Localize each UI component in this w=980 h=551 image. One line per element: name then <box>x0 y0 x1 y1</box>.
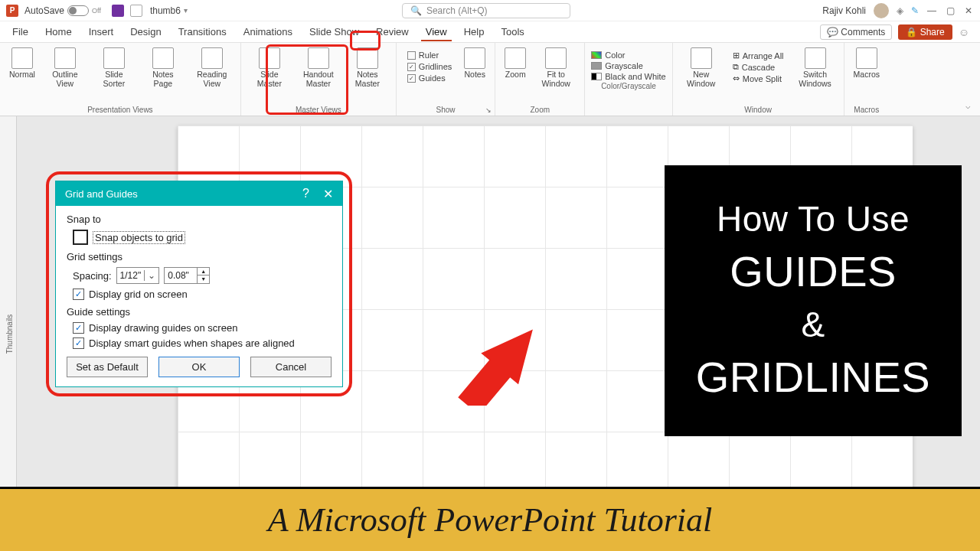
help-button[interactable]: ? <box>302 187 309 201</box>
dialog-launcher-icon[interactable]: ↘ <box>485 106 492 114</box>
macros-button[interactable]: Macros <box>851 46 883 81</box>
switch-windows-button[interactable]: Switch Windows <box>793 46 838 90</box>
dialog-titlebar: Grid and Guides ? ✕ <box>56 181 342 206</box>
display-smart-guides-checkbox[interactable]: ✓ <box>73 337 84 349</box>
diamond-icon[interactable]: ◈ <box>897 5 903 16</box>
display-smart-guides-label: Display smart guides when shapes are ali… <box>89 337 295 349</box>
group-label: Master Views <box>296 106 341 114</box>
zoom-button[interactable]: Zoom <box>501 46 529 81</box>
group-master-views: Slide Master Handout Master Notes Master… <box>241 43 397 116</box>
user-name: Rajiv Kohli <box>822 5 866 16</box>
tab-insert[interactable]: Insert <box>87 23 116 41</box>
tab-view[interactable]: View <box>424 23 449 41</box>
overlay-line3: & <box>801 301 825 348</box>
notes-button[interactable]: Notes <box>461 46 488 81</box>
spin-up-icon[interactable]: ▲ <box>198 268 209 276</box>
notes-page-button[interactable]: Notes Page <box>141 46 185 90</box>
display-grid-label: Display grid on screen <box>89 289 188 300</box>
display-grid-checkbox[interactable]: ✓ <box>73 289 84 300</box>
tab-file[interactable]: File <box>11 23 30 41</box>
tab-design[interactable]: Design <box>129 23 162 41</box>
red-arrow-icon <box>448 329 540 406</box>
cascade-button[interactable]: ⧉Cascade <box>733 62 784 72</box>
ruler-checkbox[interactable]: Ruler <box>407 51 452 60</box>
qat-more-icon[interactable] <box>130 5 142 17</box>
pen-icon[interactable]: ✎ <box>911 5 919 16</box>
smiley-icon[interactable]: ☺ <box>959 26 969 38</box>
minimize-button[interactable]: — <box>926 5 937 16</box>
snap-to-grid-checkbox[interactable] <box>73 230 88 245</box>
close-button[interactable]: ✕ <box>963 5 974 16</box>
thumbnails-label: Thumbnails <box>6 314 15 354</box>
set-default-button[interactable]: Set as Default <box>67 357 148 377</box>
save-icon[interactable] <box>112 5 124 17</box>
close-dialog-button[interactable]: ✕ <box>323 187 333 201</box>
group-macros: Macros Macros <box>844 43 889 116</box>
tutorial-banner: A Microsoft PowerPoint Tutorial <box>0 487 980 551</box>
grayscale-button[interactable]: Grayscale <box>591 61 665 70</box>
avatar-icon[interactable] <box>874 3 889 18</box>
tab-review[interactable]: Review <box>374 23 410 41</box>
document-name: thumb6 <box>150 5 181 16</box>
title-bar: P AutoSave Off thumb6 ▾ 🔍 Search (Alt+Q)… <box>0 0 980 21</box>
ok-button[interactable]: OK <box>158 357 240 377</box>
move-split-button[interactable]: ⇔Move Split <box>733 73 784 83</box>
title-overlay: How To Use GUIDES & GRIDLINES <box>665 165 962 436</box>
overlay-line2: GUIDES <box>730 243 897 301</box>
reading-view-button[interactable]: Reading View <box>190 46 234 90</box>
snap-to-grid-label: Snap objects to grid <box>93 231 185 244</box>
highlight-dialog: Grid and Guides ? ✕ Snap to Snap objects… <box>46 171 352 396</box>
display-guides-label: Display drawing guides on screen <box>89 322 237 334</box>
share-button[interactable]: 🔒 Share <box>898 24 952 40</box>
tab-transitions[interactable]: Transitions <box>177 23 228 41</box>
slide-master-button[interactable]: Slide Master <box>247 46 292 90</box>
spin-down-icon[interactable]: ▼ <box>198 276 209 283</box>
group-label: Macros <box>854 106 879 114</box>
handout-master-button[interactable]: Handout Master <box>296 46 341 90</box>
spacing-select[interactable]: 1/12"⌄ <box>116 267 160 284</box>
ribbon-tabs: File Home Insert Design Transitions Anim… <box>0 21 980 43</box>
new-window-button[interactable]: New Window <box>679 46 724 90</box>
group-show: Ruler ✓Gridlines ✓Guides Notes Show ↘ <box>397 43 495 116</box>
tab-tools[interactable]: Tools <box>499 23 525 41</box>
group-label: Show <box>436 106 456 114</box>
slide-sorter-button[interactable]: Slide Sorter <box>92 46 136 90</box>
tab-help[interactable]: Help <box>462 23 486 41</box>
group-label: Color/Grayscale <box>601 82 656 90</box>
tab-home[interactable]: Home <box>44 23 74 41</box>
group-presentation-views: Normal Outline View Slide Sorter Notes P… <box>0 43 241 116</box>
dialog-title: Grid and Guides <box>65 188 138 200</box>
dropdown-icon[interactable]: ▾ <box>184 6 188 15</box>
group-window: New Window ⊞Arrange All ⧉Cascade ⇔Move S… <box>673 43 844 116</box>
ribbon: Normal Outline View Slide Sorter Notes P… <box>0 43 980 116</box>
group-label: Zoom <box>530 106 550 114</box>
cancel-button[interactable]: Cancel <box>250 357 332 377</box>
gridlines-checkbox[interactable]: ✓Gridlines <box>407 62 452 71</box>
outline-view-button[interactable]: Outline View <box>43 46 87 90</box>
maximize-button[interactable]: ▢ <box>945 5 956 16</box>
spacing-spinner[interactable]: 0.08" ▲▼ <box>164 267 210 284</box>
search-input[interactable]: 🔍 Search (Alt+Q) <box>402 3 570 18</box>
search-icon: 🔍 <box>410 5 422 16</box>
color-button[interactable]: Color <box>591 51 665 60</box>
display-guides-checkbox[interactable]: ✓ <box>73 322 84 334</box>
collapse-ribbon-icon[interactable]: ⌵ <box>965 101 971 116</box>
thumbnails-rail[interactable]: ▸ Thumbnails <box>0 116 17 551</box>
fit-window-button[interactable]: Fit to Window <box>534 46 578 90</box>
normal-button[interactable]: Normal <box>6 46 38 81</box>
guides-checkbox[interactable]: ✓Guides <box>407 73 452 83</box>
comments-button[interactable]: 💬 Comments <box>820 24 892 40</box>
grid-settings-label: Grid settings <box>67 251 332 262</box>
guide-settings-label: Guide settings <box>67 306 332 318</box>
autosave-label: AutoSave <box>24 5 64 16</box>
tab-animations[interactable]: Animations <box>242 23 294 41</box>
overlay-line4: GRIDLINES <box>696 348 930 406</box>
group-color: Color Grayscale Black and White Color/Gr… <box>585 43 672 116</box>
svg-marker-0 <box>452 329 540 406</box>
group-label: Window <box>744 106 772 114</box>
notes-master-button[interactable]: Notes Master <box>345 46 390 90</box>
arrange-all-button[interactable]: ⊞Arrange All <box>733 51 784 60</box>
bw-button[interactable]: Black and White <box>591 72 665 81</box>
tab-slideshow[interactable]: Slide Show <box>308 23 361 41</box>
autosave-toggle[interactable]: AutoSave Off <box>24 5 101 16</box>
